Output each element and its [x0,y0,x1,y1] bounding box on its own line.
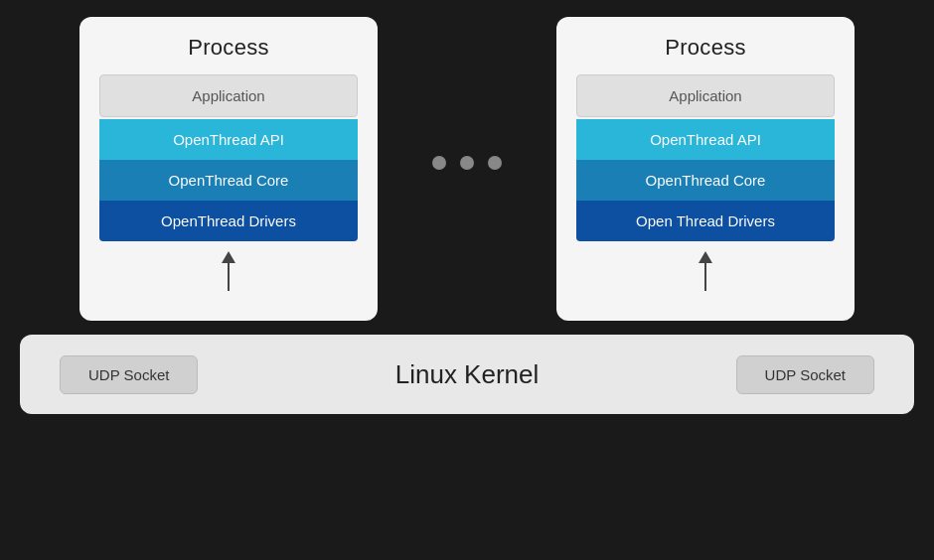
process-box-right: Process Application OpenThread API OpenT… [556,17,855,321]
process-box-left: Process Application OpenThread API OpenT… [79,17,378,321]
stack-right: Application OpenThread API OpenThread Co… [576,74,835,241]
layer-left-core: OpenThread Core [99,160,358,201]
arrow-right-line [704,263,706,291]
arrow-left [222,251,235,291]
udp-socket-right: UDP Socket [736,355,874,394]
processes-row: Process Application OpenThread API OpenT… [20,17,914,321]
dots-container [378,17,556,170]
dot-3 [488,156,502,170]
diagram-container: Process Application OpenThread API OpenT… [20,17,914,543]
arrow-right [699,251,712,291]
process-left-title: Process [188,35,269,61]
layer-right-core: OpenThread Core [576,160,835,201]
process-right-title: Process [665,35,746,61]
arrow-right-head [699,251,712,263]
layer-left-application: Application [99,74,358,117]
kernel-row: UDP Socket Linux Kernel UDP Socket [20,335,914,414]
layer-right-drivers: Open Thread Drivers [576,201,835,241]
dot-1 [432,156,446,170]
layer-right-application: Application [576,74,835,117]
arrow-left-head [222,251,235,263]
arrow-left-line [228,263,230,291]
dot-2 [460,156,474,170]
layer-left-api: OpenThread API [99,119,358,160]
layer-left-drivers: OpenThread Drivers [99,201,358,241]
layer-right-api: OpenThread API [576,119,835,160]
stack-left: Application OpenThread API OpenThread Co… [99,74,358,241]
kernel-label: Linux Kernel [395,359,540,390]
udp-socket-left: UDP Socket [60,355,198,394]
